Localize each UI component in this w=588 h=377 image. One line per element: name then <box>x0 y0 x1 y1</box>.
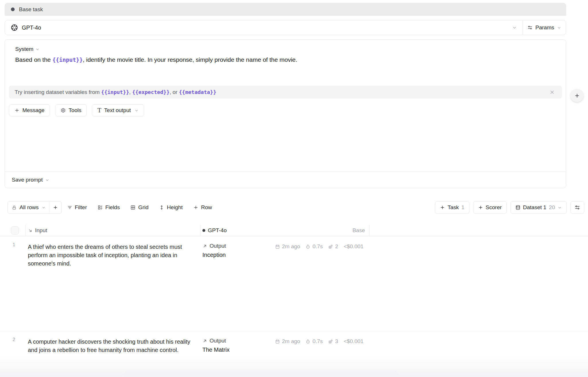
cost: <$0.001 <box>344 338 363 345</box>
message-role-select[interactable]: System <box>15 46 40 52</box>
row-number: 2 <box>13 337 15 342</box>
fields-button[interactable]: Fields <box>98 204 120 211</box>
chevron-down-icon <box>512 25 517 30</box>
dataset-variables-hint: Try inserting dataset variables from {{i… <box>9 86 562 99</box>
bottom-panel-edge <box>123 371 399 377</box>
add-view-button[interactable] <box>49 201 61 213</box>
params-label: Params <box>535 24 554 31</box>
message-role-label: System <box>15 46 33 52</box>
row-number: 1 <box>13 242 15 247</box>
rows-filter-group: All rows <box>7 201 62 214</box>
cost: <$0.001 <box>344 243 363 250</box>
prompt-text-segment: , identify the movie title. In your resp… <box>83 56 297 63</box>
text-output-icon: T <box>97 107 101 113</box>
column-divider <box>25 225 26 236</box>
input-cell[interactable]: A thief who enters the dreams of others … <box>28 243 197 268</box>
column-header-input[interactable]: Input <box>28 225 47 236</box>
plus-icon <box>440 205 445 210</box>
all-rows-select[interactable]: All rows <box>8 201 49 213</box>
grid-button[interactable]: Grid <box>130 204 148 211</box>
output-cell[interactable]: Output Inception <box>202 243 226 258</box>
hint-text: Try inserting dataset variables from {{i… <box>15 89 216 95</box>
chevron-down-icon <box>134 108 139 113</box>
task-tab-bar[interactable]: Base task <box>5 3 566 16</box>
arrow-down-right-icon <box>28 228 33 233</box>
plus-icon <box>574 93 580 99</box>
model-name: GPT-4o <box>22 24 41 31</box>
output-link[interactable]: Output <box>202 338 229 344</box>
column-controls: Task 1 Scorer Dataset 1 20 <box>435 201 584 214</box>
add-message-button[interactable]: Message <box>9 104 50 116</box>
calendar-icon <box>275 339 280 344</box>
dataset-row-count: 20 <box>549 204 555 211</box>
tokens-icon <box>328 339 333 344</box>
chevron-down-icon <box>35 47 40 51</box>
dataset-select-button[interactable]: Dataset 1 20 <box>510 201 567 214</box>
add-scorer-button[interactable]: Scorer <box>473 201 507 214</box>
add-task-button[interactable]: Task 1 <box>435 201 469 214</box>
chevron-down-icon <box>557 26 561 30</box>
token-count: 3 <box>328 338 338 345</box>
timer-icon <box>305 244 310 249</box>
arrow-up-right-icon <box>202 244 207 249</box>
column-badge-base: Base <box>316 225 365 236</box>
prompt-actions: Message Tools T Text output <box>9 104 144 116</box>
grid-settings-button[interactable] <box>570 201 584 214</box>
chevron-down-icon[interactable] <box>45 178 49 182</box>
output-type-button[interactable]: T Text output <box>92 104 144 116</box>
fields-icon <box>98 205 103 210</box>
sliders-icon <box>527 25 533 30</box>
prompt-text-editor[interactable]: Based on the {{input}}, identify the mov… <box>15 56 297 63</box>
save-prompt-bar: Save prompt <box>5 172 566 188</box>
grid-toolbar: All rows Filter Fields Grid <box>7 201 584 214</box>
view-controls: Filter Fields Grid Height Row <box>67 204 212 211</box>
prompt-editor-card: System Based on the {{input}}, identify … <box>5 39 566 188</box>
input-cell[interactable]: A computer hacker discovers the shocking… <box>28 338 197 354</box>
timestamp: 2m ago <box>275 243 300 250</box>
calendar-icon <box>275 244 280 249</box>
add-column-button[interactable] <box>570 89 583 102</box>
output-value: The Matrix <box>202 347 229 353</box>
column-header-model[interactable]: GPT-4o <box>202 225 227 236</box>
column-divider <box>200 225 200 236</box>
grid-icon <box>130 205 136 210</box>
params-button[interactable]: Params <box>523 20 566 35</box>
plus-icon <box>478 205 483 210</box>
tokens-icon <box>328 244 333 249</box>
lock-icon <box>12 205 17 210</box>
task-count: 1 <box>461 204 465 211</box>
filter-icon <box>67 205 72 210</box>
select-all-checkbox[interactable] <box>11 226 19 234</box>
model-row: GPT-4o Params <box>5 20 566 35</box>
model-select[interactable]: GPT-4o <box>5 20 523 35</box>
run-metadata: 2m ago 0.7s 2 <$0.001 <box>275 243 363 250</box>
chevron-down-icon <box>42 205 46 209</box>
plus-icon <box>53 205 58 210</box>
add-row-button[interactable]: Row <box>193 204 212 211</box>
openai-logo-icon <box>11 24 18 31</box>
height-icon <box>159 205 164 210</box>
chevron-down-icon <box>558 205 562 210</box>
model-dot-icon <box>202 229 205 232</box>
save-prompt-button[interactable]: Save prompt <box>12 177 43 183</box>
plus-icon <box>14 108 20 113</box>
output-link[interactable]: Output <box>202 243 226 249</box>
filter-button[interactable]: Filter <box>67 204 87 211</box>
output-cell[interactable]: Output The Matrix <box>202 338 229 353</box>
close-icon[interactable] <box>549 89 555 95</box>
column-divider <box>369 225 370 236</box>
task-status-dot-icon <box>11 7 15 11</box>
token-count: 2 <box>328 243 338 250</box>
task-tab-label: Base task <box>19 6 43 13</box>
template-variable: {{input}} <box>53 57 83 63</box>
table-row[interactable]: 2 A computer hacker discovers the shocki… <box>0 331 588 377</box>
row-height-button[interactable]: Height <box>159 204 183 211</box>
duration: 0.7s <box>305 338 323 345</box>
plus-icon <box>193 205 198 210</box>
table-row[interactable]: 1 A thief who enters the dreams of other… <box>0 236 588 331</box>
timer-icon <box>305 339 310 344</box>
tools-button[interactable]: Tools <box>55 104 87 116</box>
sliders-icon <box>575 205 580 210</box>
tools-hex-icon <box>61 108 66 113</box>
duration: 0.7s <box>305 243 323 250</box>
